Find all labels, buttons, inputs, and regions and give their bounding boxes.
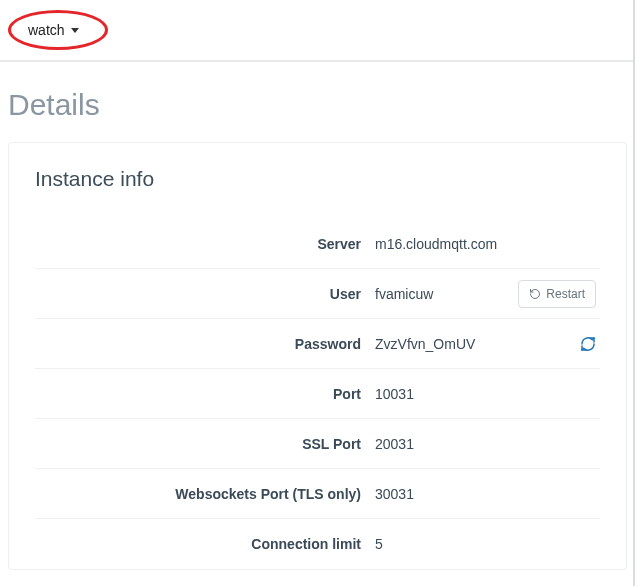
restart-icon [529, 288, 541, 300]
label-password: Password [35, 336, 375, 352]
value-server: m16.cloudmqtt.com [375, 236, 600, 252]
value-server-text: m16.cloudmqtt.com [375, 236, 497, 252]
label-conn-limit: Connection limit [35, 536, 375, 552]
value-password: ZvzVfvn_OmUV [375, 336, 600, 352]
label-port: Port [35, 386, 375, 402]
instance-info-card: Instance info Server m16.cloudmqtt.com U… [8, 142, 627, 570]
topbar: watch [0, 0, 635, 62]
row-ssl-port: SSL Port 20031 [35, 419, 600, 469]
value-port-text: 10031 [375, 386, 414, 402]
row-password: Password ZvzVfvn_OmUV [35, 319, 600, 369]
instance-dropdown-label: watch [28, 22, 65, 38]
value-password-text: ZvzVfvn_OmUV [375, 336, 475, 352]
row-server: Server m16.cloudmqtt.com [35, 219, 600, 269]
label-server: Server [35, 236, 375, 252]
value-conn-limit: 5 [375, 536, 600, 552]
label-ssl-port: SSL Port [35, 436, 375, 452]
regenerate-password-icon[interactable] [580, 336, 596, 352]
row-ws-port: Websockets Port (TLS only) 30031 [35, 469, 600, 519]
restart-button[interactable]: Restart [518, 280, 596, 308]
label-ws-port: Websockets Port (TLS only) [35, 486, 375, 502]
value-port: 10031 [375, 386, 600, 402]
value-ws-port: 30031 [375, 486, 600, 502]
value-ssl-port-text: 20031 [375, 436, 414, 452]
row-conn-limit: Connection limit 5 [35, 519, 600, 569]
value-user: fvamicuw Restart [375, 280, 600, 308]
value-ssl-port: 20031 [375, 436, 600, 452]
page-title: Details [0, 62, 635, 142]
chevron-down-icon [71, 28, 79, 33]
row-user: User fvamicuw Restart [35, 269, 600, 319]
value-user-text: fvamicuw [375, 286, 433, 302]
value-ws-port-text: 30031 [375, 486, 414, 502]
instance-dropdown[interactable]: watch [20, 18, 87, 42]
label-user: User [35, 286, 375, 302]
card-title: Instance info [35, 167, 600, 191]
value-conn-limit-text: 5 [375, 536, 383, 552]
restart-button-label: Restart [546, 287, 585, 301]
row-port: Port 10031 [35, 369, 600, 419]
